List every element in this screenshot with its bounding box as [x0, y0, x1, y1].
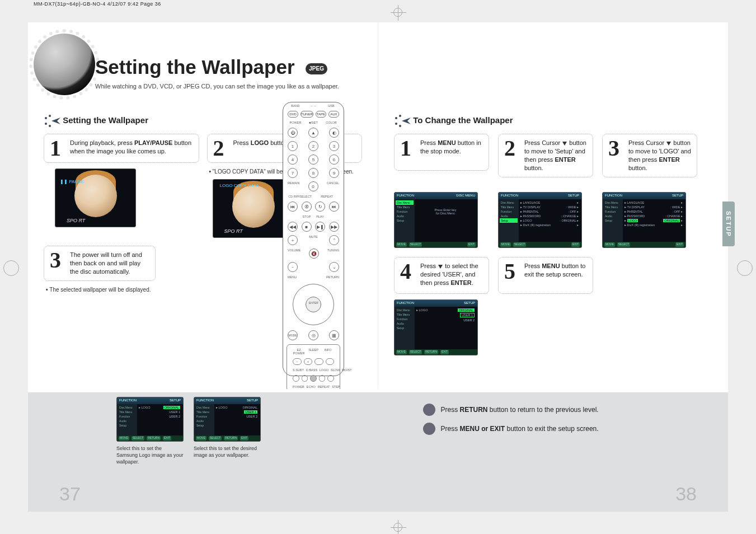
svg-marker-4	[51, 118, 60, 124]
tv-preview-pause: ❚❚ PAUSE SPO RT	[55, 168, 136, 227]
section-title-right: To Change the Wallpaper	[413, 115, 513, 125]
title-text: Setting the Wallpaper	[95, 56, 295, 78]
svg-point-7	[399, 115, 401, 117]
r-step-5: 5 Press MENU button to exit the setup sc…	[498, 257, 593, 294]
tune-down-icon: ⌄	[329, 262, 339, 272]
r-text-4: Press to select the desired 'USER', and …	[420, 262, 483, 287]
tv-thumb-user: FUNCTIONSETUP Disc MenuTitle MenuFunctio…	[194, 397, 261, 442]
remote-dvd: DVD	[288, 111, 298, 118]
remote-tape: TAPE	[316, 111, 326, 118]
setup-tab: SETUP	[722, 202, 735, 246]
step-1: 1 During playback, press PLAY/PAUSE butt…	[44, 134, 199, 163]
tv-menu-setup: FUNCTIONSETUP Disc MenuTitle MenuFunctio…	[498, 192, 582, 248]
rec-icon: ⦿	[302, 202, 312, 212]
step-num-3: 3	[50, 251, 65, 270]
pdf-crop-header: MM-DX7(31p~64p)-GB-NO-4 4/12/07 9:42 Pag…	[0, 0, 756, 8]
remote-tuner: TUNER	[300, 111, 313, 118]
step-2-text: Press LOGO button.	[233, 139, 289, 147]
tv-preview-logo: LOGO COPY DATA SPO RT	[213, 179, 294, 238]
rewind-icon: ◀◀	[288, 222, 298, 232]
stop-icon: ■	[302, 222, 312, 232]
crop-mark-left	[3, 260, 19, 276]
svg-point-0	[45, 117, 47, 119]
r-num-1: 1	[400, 139, 416, 158]
remote-aux: AUX	[328, 111, 339, 118]
preview-caption-2: SPO RT	[224, 228, 243, 234]
nav-dpad: ENTER	[293, 284, 334, 325]
page-number-left: 37	[59, 483, 81, 505]
next-icon: ⏭	[329, 202, 339, 212]
return-hint: Press RETURN button to return to the pre…	[423, 404, 713, 416]
tv-menu-discmenu: FUNCTIONDISC MENU Disc MenuTitle MenuFun…	[394, 192, 478, 248]
caf-btn: ▦	[329, 330, 339, 340]
play-icon: ▶❚	[315, 222, 325, 232]
svg-marker-9	[402, 118, 411, 124]
jpeg-badge: JPEG	[306, 63, 327, 74]
bullet-star-icon	[44, 115, 60, 127]
svg-point-6	[395, 123, 397, 125]
section-title-left: Setting the Wallpaper	[63, 115, 148, 125]
step-num-2: 2	[213, 139, 229, 158]
remote-control-diagram: BAND←→USB DVDTUNERTAPEAUX POWER■/SETCOLO…	[283, 102, 344, 376]
page-title: Setting the Wallpaper JPEG	[95, 56, 327, 78]
preview-caption: SPO RT	[67, 218, 85, 223]
page-subtitle: While watching a DVD, VCD, or JPEG CD, y…	[95, 83, 339, 90]
step-3-text: The power will turn off and then back on…	[70, 251, 149, 276]
r-text-2: Press Cursor button to move to 'Setup' a…	[524, 139, 587, 172]
step-3-note: The selected wallpaper will be displayed…	[46, 287, 158, 293]
svg-point-5	[395, 117, 397, 119]
hint-dot-icon	[423, 404, 435, 416]
footer-left: FUNCTIONSETUP Disc MenuTitle MenuFunctio…	[44, 397, 378, 507]
r-step-1: 1 Press MENU button in the stop mode.	[394, 134, 489, 171]
step-3: 3 The power will turn off and then back …	[44, 246, 156, 281]
exit-hint: Press MENU or EXIT button to exit the se…	[423, 423, 713, 435]
r-text-1: Press MENU button in the stop mode.	[420, 139, 483, 156]
pause-indicator: ❚❚ PAUSE	[60, 179, 84, 184]
color-icon: ◐	[329, 128, 339, 138]
footer-band: FUNCTIONSETUP Disc MenuTitle MenuFunctio…	[28, 389, 728, 512]
mute-icon: 🔇	[309, 249, 319, 259]
mode-btn: MODE	[288, 330, 298, 340]
tv-menu-logo-highlight: FUNCTIONSETUP Disc MenuTitle MenuFunctio…	[602, 192, 686, 248]
thumb-cap-2: Select this to set the desired image as …	[194, 445, 261, 458]
svg-point-1	[45, 123, 47, 125]
r-num-3: 3	[608, 139, 624, 158]
r-step-4: 4 Press to select the desired 'USER', an…	[394, 257, 489, 294]
svg-point-3	[49, 125, 51, 127]
down-arrow-icon	[666, 142, 671, 146]
speaker-graphic	[34, 34, 95, 95]
tv-thumb-original: FUNCTIONSETUP Disc MenuTitle MenuFunctio…	[116, 397, 184, 442]
r-text-3: Press Cursor button to move to 'LOGO' an…	[628, 139, 691, 172]
prev-icon: ⏮	[288, 202, 298, 212]
svg-point-8	[399, 125, 401, 127]
eject-icon: ▲	[308, 128, 318, 138]
r-num-5: 5	[504, 262, 520, 281]
tv-menu-user-select: FUNCTIONSETUP Disc MenuTitle MenuFunctio…	[394, 299, 478, 355]
crop-mark-right	[737, 260, 753, 276]
r-num-2: 2	[504, 139, 520, 158]
section-change-wallpaper: To Change the Wallpaper	[394, 115, 712, 127]
crop-mark-top	[393, 8, 402, 17]
r-step-3: 3 Press Cursor button to move to 'LOGO' …	[602, 134, 697, 177]
footer-right: Press RETURN button to return to the pre…	[378, 397, 713, 507]
down-arrow-icon	[562, 142, 567, 146]
logo-copy-indicator: LOGO COPY DATA	[220, 183, 259, 188]
hint-dot-icon	[423, 423, 435, 435]
step-1-text: During playback, press PLAY/PAUSE button…	[70, 139, 193, 156]
thumb-cap-1: Select this to set the Samsung Logo imag…	[116, 445, 184, 465]
r-step-2: 2 Press Cursor button to move to 'Setup'…	[498, 134, 593, 177]
r-num-4: 4	[400, 262, 416, 281]
bullet-star-icon	[394, 115, 411, 127]
cd-icon: ◎	[308, 330, 318, 340]
ff-icon: ▶▶	[329, 222, 339, 232]
r-text-5: Press MENU button to exit the setup scre…	[524, 262, 587, 279]
step-num-1: 1	[50, 139, 65, 158]
down-arrow-icon	[438, 265, 443, 269]
tune-up-icon: ⌃	[329, 235, 339, 245]
power-icon: ⏻	[288, 128, 298, 138]
svg-point-2	[49, 115, 51, 117]
crop-mark-bottom	[393, 523, 402, 532]
page-number-right: 38	[675, 483, 697, 505]
